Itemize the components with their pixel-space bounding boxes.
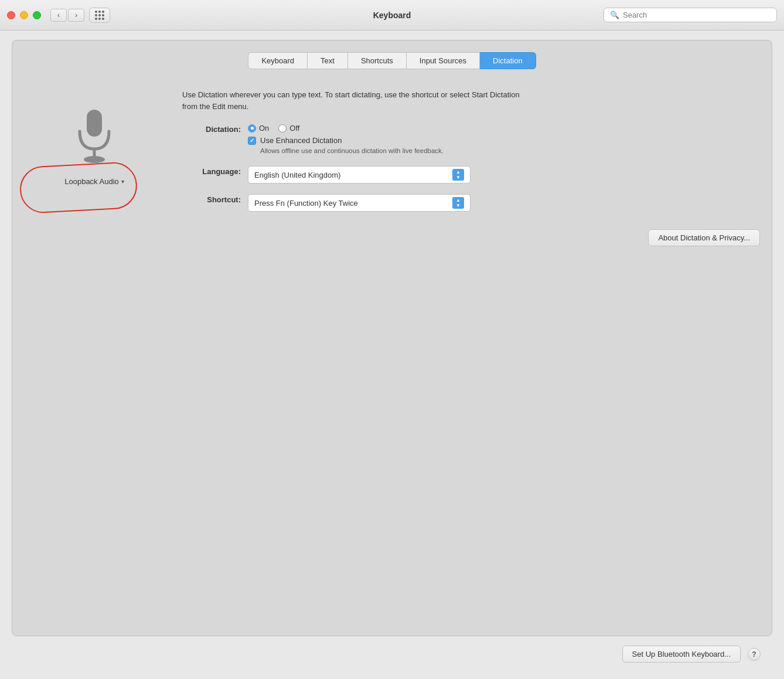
language-dropdown[interactable]: English (United Kingdom) ▲ ▼ (248, 166, 471, 184)
language-control: English (United Kingdom) ▲ ▼ (248, 166, 471, 184)
grid-icon (95, 11, 104, 20)
shortcut-arrow-up-icon: ▲ (456, 198, 461, 203)
shortcut-label: Shortcut: (182, 194, 241, 204)
shortcut-arrow-down-icon: ▼ (456, 203, 461, 208)
grid-button[interactable] (89, 8, 110, 23)
traffic-lights (7, 11, 41, 19)
chevron-down-icon: ▾ (121, 178, 124, 185)
right-panel: Use Dictation wherever you can type text… (182, 83, 760, 624)
radio-off-label: Off (289, 124, 299, 133)
search-bar[interactable]: 🔍 (604, 8, 777, 22)
settings-section: Dictation: On Off (182, 124, 760, 212)
mic-source-label: Loopback Audio (64, 177, 119, 186)
microphone-icon (71, 107, 118, 165)
tab-keyboard[interactable]: Keyboard (248, 52, 308, 69)
radio-on[interactable]: On (248, 124, 269, 133)
dictation-control: On Off ✓ (248, 124, 444, 155)
forward-button[interactable]: › (68, 9, 84, 22)
tab-shortcuts[interactable]: Shortcuts (348, 52, 407, 69)
language-value: English (United Kingdom) (254, 171, 340, 179)
setup-bluetooth-button[interactable]: Set Up Bluetooth Keyboard... (622, 646, 741, 663)
back-button[interactable]: ‹ (50, 9, 67, 22)
radio-off[interactable]: Off (278, 124, 299, 133)
shortcut-dropdown-arrows-icon: ▲ ▼ (452, 197, 464, 209)
help-button[interactable]: ? (748, 648, 761, 661)
shortcut-dropdown[interactable]: Press Fn (Function) Key Twice ▲ ▼ (248, 194, 471, 212)
dictation-label: Dictation: (182, 124, 241, 134)
language-row: Language: English (United Kingdom) ▲ ▼ (182, 166, 760, 184)
left-panel: Loopback Audio ▾ (24, 83, 165, 624)
dictation-row: Dictation: On Off (182, 124, 760, 155)
arrow-up-icon: ▲ (456, 170, 461, 175)
radio-off-circle (278, 124, 287, 133)
checkbox-content: Use Enhanced Dictation Allows offline us… (260, 136, 444, 155)
about-dictation-button[interactable]: About Dictation & Privacy... (648, 229, 760, 246)
content-area: Loopback Audio ▾ Use Dictation wherever … (24, 83, 760, 624)
mic-label-wrapper: Loopback Audio ▾ (61, 176, 128, 187)
close-button[interactable] (7, 11, 15, 19)
dropdown-arrows-icon: ▲ ▼ (452, 169, 464, 181)
shortcut-control: Press Fn (Function) Key Twice ▲ ▼ (248, 194, 471, 212)
titlebar: ‹ › Keyboard 🔍 (0, 0, 784, 30)
search-input[interactable] (623, 11, 771, 19)
radio-on-circle (248, 124, 256, 133)
mic-container: Loopback Audio ▾ (61, 107, 128, 187)
tab-input-sources[interactable]: Input Sources (407, 52, 480, 69)
enhanced-checkbox[interactable]: ✓ (248, 137, 256, 145)
panel: Keyboard Text Shortcuts Input Sources Di… (12, 40, 772, 636)
footer: Set Up Bluetooth Keyboard... ? (12, 636, 772, 670)
enhanced-sublabel: Allows offline use and continuous dictat… (260, 146, 444, 155)
mic-source-dropdown[interactable]: Loopback Audio ▾ (61, 176, 128, 187)
radio-on-label: On (259, 124, 269, 133)
arrow-down-icon: ▼ (456, 175, 461, 180)
minimize-button[interactable] (20, 11, 28, 19)
search-icon: 🔍 (610, 11, 619, 19)
nav-buttons: ‹ › (50, 9, 84, 22)
tab-text[interactable]: Text (308, 52, 348, 69)
shortcut-value: Press Fn (Function) Key Twice (254, 199, 358, 208)
tab-dictation[interactable]: Dictation (480, 52, 536, 69)
window-title: Keyboard (373, 11, 411, 20)
checkmark-icon: ✓ (250, 138, 254, 144)
language-label: Language: (182, 166, 241, 176)
svg-point-2 (84, 156, 105, 163)
radio-group: On Off (248, 124, 444, 133)
annotation-circle (19, 161, 138, 214)
enhanced-label: Use Enhanced Dictation (260, 136, 444, 145)
svg-rect-0 (87, 110, 102, 137)
description-text: Use Dictation wherever you can type text… (182, 89, 522, 112)
enhanced-dictation-row[interactable]: ✓ Use Enhanced Dictation Allows offline … (248, 136, 444, 155)
maximize-button[interactable] (33, 11, 41, 19)
shortcut-row: Shortcut: Press Fn (Function) Key Twice … (182, 194, 760, 212)
tabs: Keyboard Text Shortcuts Input Sources Di… (24, 52, 760, 69)
main-content: Keyboard Text Shortcuts Input Sources Di… (0, 30, 784, 679)
bottom-area: About Dictation & Privacy... (182, 212, 760, 246)
